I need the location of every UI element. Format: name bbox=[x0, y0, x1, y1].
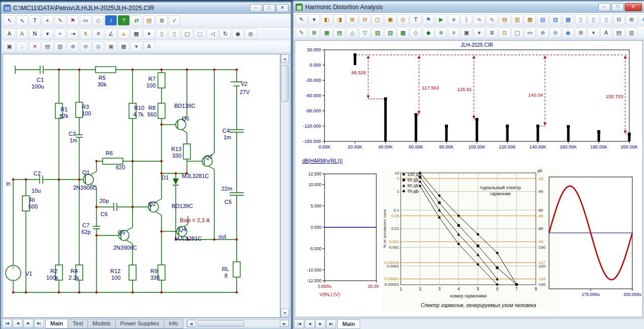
new-sheet-icon[interactable]: ▯ bbox=[156, 28, 168, 39]
select-arrow-icon[interactable]: ↖ bbox=[296, 14, 307, 24]
cursor-mode-icon[interactable]: ⊟ bbox=[359, 14, 371, 24]
close-button[interactable]: ✕ bbox=[625, 3, 642, 11]
wave-delay-icon[interactable]: ▽ bbox=[359, 27, 371, 38]
camera-icon[interactable]: ▣ bbox=[105, 41, 117, 51]
zoom-in-icon[interactable]: ⊕ bbox=[67, 41, 79, 51]
tokens-icon[interactable]: ▥ bbox=[511, 14, 523, 24]
last-page-button[interactable]: ▶| bbox=[326, 319, 336, 328]
page-tab[interactable]: Models bbox=[87, 319, 115, 328]
wave-polar-icon[interactable]: ◇ bbox=[410, 27, 422, 38]
angle-icon[interactable]: ∠ bbox=[105, 28, 117, 39]
copy-group-icon[interactable]: ▥ bbox=[54, 41, 66, 51]
shape-tool-icon[interactable]: ◇ bbox=[92, 15, 104, 25]
plot-page[interactable]: 30.0000.000-30.000-60.000-90.000-120.000… bbox=[295, 40, 643, 317]
grid-dropdown-icon[interactable]: ▾ bbox=[588, 27, 599, 38]
next-page-button[interactable]: ▶ bbox=[315, 319, 326, 328]
minimize-button[interactable]: – bbox=[250, 4, 262, 12]
page-tab[interactable]: Power Supplies bbox=[115, 319, 164, 328]
sheet-info-icon[interactable]: ▤ bbox=[143, 15, 155, 25]
red-curve-icon[interactable]: ∿ bbox=[473, 14, 485, 24]
scroll-left-button[interactable]: ◀ bbox=[187, 320, 196, 327]
select-arrow-icon[interactable]: ↖ bbox=[4, 15, 15, 25]
grid-options-icon[interactable]: ⊞ bbox=[575, 27, 587, 38]
wave-imag-icon[interactable]: ▨ bbox=[384, 27, 396, 38]
text-dropdown-icon[interactable]: ▾ bbox=[42, 28, 53, 39]
vertical-scrollbar[interactable]: ▲ ▼ bbox=[280, 54, 289, 318]
stretch-wire-icon[interactable]: ⇥ bbox=[67, 28, 79, 39]
component-tool-icon[interactable]: ▭ bbox=[80, 15, 91, 25]
select-dropdown-icon[interactable]: ▾ bbox=[308, 14, 320, 24]
pan-icon[interactable]: ⊞ bbox=[346, 14, 358, 24]
page-tab[interactable]: Info bbox=[164, 319, 183, 328]
horizontal-scroll-track[interactable] bbox=[196, 320, 280, 327]
help-icon[interactable]: ? bbox=[118, 15, 130, 25]
flip-icon[interactable]: ⇄ bbox=[131, 15, 142, 25]
warning-icon[interactable]: ▲ bbox=[118, 28, 130, 39]
draw-tool-icon[interactable]: ✎ bbox=[54, 15, 66, 25]
text-tool-icon[interactable]: T bbox=[410, 14, 422, 24]
grid-icon[interactable]: ▦ bbox=[131, 28, 142, 39]
run-icon[interactable]: ▶ bbox=[435, 14, 447, 24]
quick-connect-icon[interactable]: ↯ bbox=[80, 28, 91, 39]
ruler-icon[interactable]: ▦ bbox=[524, 14, 536, 24]
wave-fft-icon[interactable]: ▦ bbox=[321, 27, 333, 38]
grid-dropdown-icon[interactable]: ▾ bbox=[143, 28, 155, 39]
stop-icon[interactable]: ■ bbox=[448, 14, 460, 24]
schematic-canvas[interactable]: + - C1100uR530kR7100V227VR bbox=[3, 54, 280, 318]
page-2-icon[interactable]: ▯ bbox=[588, 14, 599, 24]
wave-real-icon[interactable]: ▧ bbox=[372, 27, 383, 38]
copy-visible-icon[interactable]: ▥ bbox=[626, 27, 637, 38]
vertical-scroll-thumb[interactable] bbox=[281, 65, 288, 102]
harmonic-spectrum-plot[interactable]: 30.0000.000-30.000-60.000-90.000-120.000… bbox=[297, 42, 643, 167]
next-page-button[interactable]: ▶ bbox=[23, 319, 34, 328]
first-page-button[interactable]: |◀ bbox=[2, 319, 12, 328]
grid-mode-icon[interactable]: ▦ bbox=[118, 41, 130, 51]
last-page-button[interactable]: ▶| bbox=[34, 319, 44, 328]
wave-db-icon[interactable]: ▤ bbox=[334, 27, 345, 38]
properties-icon[interactable]: ⚑ bbox=[423, 14, 434, 24]
prev-page-button[interactable]: ◀ bbox=[305, 319, 315, 328]
first-page-button[interactable]: |◀ bbox=[294, 319, 304, 328]
output-waveform-plot[interactable]: 175.000u200.000u bbox=[548, 173, 643, 300]
grid-text-icon[interactable]: A bbox=[16, 28, 28, 39]
vertical-axis-icon[interactable]: ▨ bbox=[550, 14, 561, 24]
mirror-icon[interactable]: ◁ bbox=[207, 28, 218, 39]
scroll-right-button[interactable]: ▶ bbox=[280, 320, 289, 327]
both-axes-icon[interactable]: ▩ bbox=[562, 14, 574, 24]
zoom-in-icon[interactable]: ⊕ bbox=[537, 27, 549, 38]
vrl-transient-plot[interactable]: 12.50010.0005.0000.000-5.000-10.000-12.5… bbox=[295, 171, 384, 299]
window-titlebar[interactable]: ▦ Harmonic Distortion Analysis –□✕ bbox=[294, 2, 644, 13]
wire-mode-icon[interactable]: ∿ bbox=[16, 15, 28, 25]
crosshair-icon[interactable]: + bbox=[54, 28, 66, 39]
wave-smith-icon[interactable]: ◆ bbox=[423, 27, 434, 38]
info-icon[interactable]: i bbox=[105, 15, 117, 25]
select-trace-icon[interactable]: ▭ bbox=[524, 27, 536, 38]
wave-stack-icon[interactable]: ≋ bbox=[435, 27, 447, 38]
paste-dropdown-icon[interactable]: ▾ bbox=[473, 27, 485, 38]
data-points-icon[interactable]: ▤ bbox=[499, 14, 510, 24]
grid-mode-dropdown-icon[interactable]: ▾ bbox=[131, 41, 142, 51]
box-tool-icon[interactable]: ▢ bbox=[194, 28, 206, 39]
rotate-icon[interactable]: ↻ bbox=[219, 28, 231, 39]
close-button[interactable]: ✕ bbox=[276, 4, 288, 12]
push-down-icon[interactable]: ↓ bbox=[16, 41, 28, 51]
paste-icon[interactable]: ▣ bbox=[461, 27, 472, 38]
page-3-icon[interactable]: ▯ bbox=[600, 14, 612, 24]
check-icon[interactable]: ✓ bbox=[169, 15, 180, 25]
region-select-icon[interactable]: ▢ bbox=[181, 28, 193, 39]
scroll-down-button[interactable]: ▼ bbox=[281, 309, 289, 317]
zoom-window-icon[interactable]: ◧ bbox=[321, 14, 333, 24]
zoom-scale-icon[interactable]: ◨ bbox=[334, 14, 345, 24]
zoom-out-icon[interactable]: ⊖ bbox=[550, 27, 561, 38]
wave-mag-icon[interactable]: ▩ bbox=[397, 27, 409, 38]
red-spectrum-icon[interactable]: ∿ bbox=[486, 14, 498, 24]
page-tab[interactable]: Main bbox=[45, 319, 68, 328]
edit-icon[interactable]: ✎ bbox=[296, 27, 307, 38]
data-points-icon[interactable]: ⊡ bbox=[499, 27, 510, 38]
horizontal-scrollbar[interactable]: ◀ ▶ bbox=[186, 319, 289, 327]
probe-icon[interactable]: ◉ bbox=[562, 27, 574, 38]
maximize-button[interactable]: □ bbox=[611, 3, 624, 11]
panel-split-icon[interactable]: ⊟ bbox=[613, 14, 625, 24]
copy-icon[interactable]: ▤ bbox=[613, 27, 625, 38]
scroll-up-button[interactable]: ▲ bbox=[281, 54, 289, 63]
